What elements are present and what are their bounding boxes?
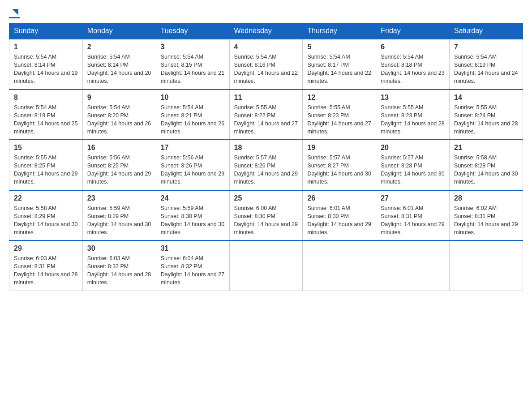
day-info: Sunrise: 5:55 AMSunset: 8:23 PMDaylight:…	[381, 103, 445, 136]
calendar-day-cell: 5Sunrise: 5:54 AMSunset: 8:17 PMDaylight…	[303, 39, 376, 90]
page-header	[9, 9, 523, 18]
calendar-day-cell: 6Sunrise: 5:54 AMSunset: 8:18 PMDaylight…	[376, 39, 450, 90]
day-number: 8	[14, 94, 78, 102]
day-number: 15	[14, 144, 78, 152]
day-number: 22	[14, 194, 78, 202]
logo-arrow-icon	[10, 7, 20, 17]
day-info: Sunrise: 5:54 AMSunset: 8:20 PMDaylight:…	[87, 103, 151, 136]
day-number: 7	[454, 43, 518, 51]
day-number: 12	[307, 94, 371, 102]
day-info: Sunrise: 6:04 AMSunset: 8:32 PMDaylight:…	[161, 254, 225, 287]
day-number: 30	[87, 244, 151, 253]
day-info: Sunrise: 6:00 AMSunset: 8:30 PMDaylight:…	[234, 204, 298, 237]
calendar-day-cell: 27Sunrise: 6:01 AMSunset: 8:31 PMDayligh…	[376, 190, 450, 241]
day-number: 27	[381, 194, 445, 202]
day-number: 2	[87, 43, 151, 51]
calendar-day-cell: 25Sunrise: 6:00 AMSunset: 8:30 PMDayligh…	[229, 190, 303, 241]
calendar-day-cell: 4Sunrise: 5:54 AMSunset: 8:16 PMDaylight…	[229, 39, 303, 90]
weekday-header-saturday: Saturday	[450, 23, 523, 39]
day-number: 14	[454, 94, 518, 102]
day-number: 18	[234, 144, 298, 152]
day-info: Sunrise: 5:58 AMSunset: 8:29 PMDaylight:…	[14, 204, 78, 237]
calendar-day-cell: 9Sunrise: 5:54 AMSunset: 8:20 PMDaylight…	[82, 90, 156, 140]
day-info: Sunrise: 5:55 AMSunset: 8:24 PMDaylight:…	[454, 103, 518, 136]
day-number: 26	[307, 194, 371, 202]
calendar-day-cell: 29Sunrise: 6:03 AMSunset: 8:31 PMDayligh…	[9, 240, 83, 291]
day-info: Sunrise: 5:57 AMSunset: 8:26 PMDaylight:…	[234, 154, 298, 186]
day-info: Sunrise: 5:57 AMSunset: 8:27 PMDaylight:…	[307, 154, 371, 186]
calendar-empty-cell	[229, 240, 303, 291]
day-number: 17	[161, 144, 225, 152]
day-number: 4	[234, 43, 298, 51]
day-info: Sunrise: 5:55 AMSunset: 8:23 PMDaylight:…	[307, 103, 371, 136]
calendar-day-cell: 10Sunrise: 5:54 AMSunset: 8:21 PMDayligh…	[156, 90, 229, 140]
day-info: Sunrise: 5:56 AMSunset: 8:25 PMDaylight:…	[87, 154, 151, 186]
day-info: Sunrise: 5:54 AMSunset: 8:16 PMDaylight:…	[234, 53, 298, 86]
day-number: 13	[381, 94, 445, 102]
logo	[9, 9, 20, 18]
day-number: 31	[161, 244, 225, 253]
calendar-day-cell: 30Sunrise: 6:03 AMSunset: 8:32 PMDayligh…	[82, 240, 156, 291]
day-info: Sunrise: 5:54 AMSunset: 8:14 PMDaylight:…	[87, 53, 151, 86]
calendar-week-row: 8Sunrise: 5:54 AMSunset: 8:19 PMDaylight…	[9, 90, 523, 140]
weekday-header-friday: Friday	[376, 23, 450, 39]
calendar-day-cell: 21Sunrise: 5:58 AMSunset: 8:28 PMDayligh…	[450, 140, 523, 190]
day-info: Sunrise: 6:01 AMSunset: 8:31 PMDaylight:…	[381, 204, 445, 237]
day-info: Sunrise: 6:02 AMSunset: 8:31 PMDaylight:…	[454, 204, 518, 237]
calendar-week-row: 1Sunrise: 5:54 AMSunset: 8:14 PMDaylight…	[9, 39, 523, 90]
day-number: 6	[381, 43, 445, 51]
calendar-empty-cell	[450, 240, 523, 291]
day-number: 28	[454, 194, 518, 202]
weekday-header-tuesday: Tuesday	[156, 23, 229, 39]
day-info: Sunrise: 5:58 AMSunset: 8:28 PMDaylight:…	[454, 154, 518, 186]
calendar-day-cell: 13Sunrise: 5:55 AMSunset: 8:23 PMDayligh…	[376, 90, 450, 140]
calendar-day-cell: 15Sunrise: 5:55 AMSunset: 8:25 PMDayligh…	[9, 140, 83, 190]
weekday-header-row: SundayMondayTuesdayWednesdayThursdayFrid…	[9, 23, 523, 39]
calendar-day-cell: 18Sunrise: 5:57 AMSunset: 8:26 PMDayligh…	[229, 140, 303, 190]
calendar-day-cell: 20Sunrise: 5:57 AMSunset: 8:28 PMDayligh…	[376, 140, 450, 190]
weekday-header-monday: Monday	[82, 23, 156, 39]
day-info: Sunrise: 5:59 AMSunset: 8:29 PMDaylight:…	[87, 204, 151, 237]
calendar-day-cell: 3Sunrise: 5:54 AMSunset: 8:15 PMDaylight…	[156, 39, 229, 90]
day-info: Sunrise: 5:54 AMSunset: 8:14 PMDaylight:…	[14, 53, 78, 86]
day-number: 9	[87, 94, 151, 102]
calendar-day-cell: 24Sunrise: 5:59 AMSunset: 8:30 PMDayligh…	[156, 190, 229, 241]
calendar-day-cell: 26Sunrise: 6:01 AMSunset: 8:30 PMDayligh…	[303, 190, 376, 241]
day-info: Sunrise: 5:54 AMSunset: 8:21 PMDaylight:…	[161, 103, 225, 136]
day-number: 20	[381, 144, 445, 152]
calendar-day-cell: 31Sunrise: 6:04 AMSunset: 8:32 PMDayligh…	[156, 240, 229, 291]
day-info: Sunrise: 5:56 AMSunset: 8:26 PMDaylight:…	[161, 154, 225, 186]
day-number: 29	[14, 244, 78, 253]
day-info: Sunrise: 5:54 AMSunset: 8:15 PMDaylight:…	[161, 53, 225, 86]
calendar-day-cell: 7Sunrise: 5:54 AMSunset: 8:19 PMDaylight…	[450, 39, 523, 90]
calendar-day-cell: 1Sunrise: 5:54 AMSunset: 8:14 PMDaylight…	[9, 39, 83, 90]
day-info: Sunrise: 5:54 AMSunset: 8:19 PMDaylight:…	[454, 53, 518, 86]
weekday-header-sunday: Sunday	[9, 23, 83, 39]
calendar-table: SundayMondayTuesdayWednesdayThursdayFrid…	[9, 23, 523, 291]
day-info: Sunrise: 5:54 AMSunset: 8:18 PMDaylight:…	[381, 53, 445, 86]
day-number: 5	[307, 43, 371, 51]
day-info: Sunrise: 5:54 AMSunset: 8:19 PMDaylight:…	[14, 103, 78, 136]
calendar-day-cell: 23Sunrise: 5:59 AMSunset: 8:29 PMDayligh…	[82, 190, 156, 241]
day-info: Sunrise: 5:54 AMSunset: 8:17 PMDaylight:…	[307, 53, 371, 86]
weekday-header-thursday: Thursday	[303, 23, 376, 39]
day-info: Sunrise: 6:01 AMSunset: 8:30 PMDaylight:…	[307, 204, 371, 237]
calendar-day-cell: 11Sunrise: 5:55 AMSunset: 8:22 PMDayligh…	[229, 90, 303, 140]
calendar-week-row: 15Sunrise: 5:55 AMSunset: 8:25 PMDayligh…	[9, 140, 523, 190]
day-info: Sunrise: 5:55 AMSunset: 8:22 PMDaylight:…	[234, 103, 298, 136]
day-number: 3	[161, 43, 225, 51]
weekday-header-wednesday: Wednesday	[229, 23, 303, 39]
calendar-day-cell: 19Sunrise: 5:57 AMSunset: 8:27 PMDayligh…	[303, 140, 376, 190]
calendar-empty-cell	[303, 240, 376, 291]
calendar-day-cell: 14Sunrise: 5:55 AMSunset: 8:24 PMDayligh…	[450, 90, 523, 140]
calendar-day-cell: 12Sunrise: 5:55 AMSunset: 8:23 PMDayligh…	[303, 90, 376, 140]
calendar-day-cell: 28Sunrise: 6:02 AMSunset: 8:31 PMDayligh…	[450, 190, 523, 241]
calendar-empty-cell	[376, 240, 450, 291]
day-info: Sunrise: 5:59 AMSunset: 8:30 PMDaylight:…	[161, 204, 225, 237]
day-number: 23	[87, 194, 151, 202]
day-info: Sunrise: 5:55 AMSunset: 8:25 PMDaylight:…	[14, 154, 78, 186]
day-number: 11	[234, 94, 298, 102]
day-number: 21	[454, 144, 518, 152]
calendar-day-cell: 8Sunrise: 5:54 AMSunset: 8:19 PMDaylight…	[9, 90, 83, 140]
calendar-day-cell: 22Sunrise: 5:58 AMSunset: 8:29 PMDayligh…	[9, 190, 83, 241]
